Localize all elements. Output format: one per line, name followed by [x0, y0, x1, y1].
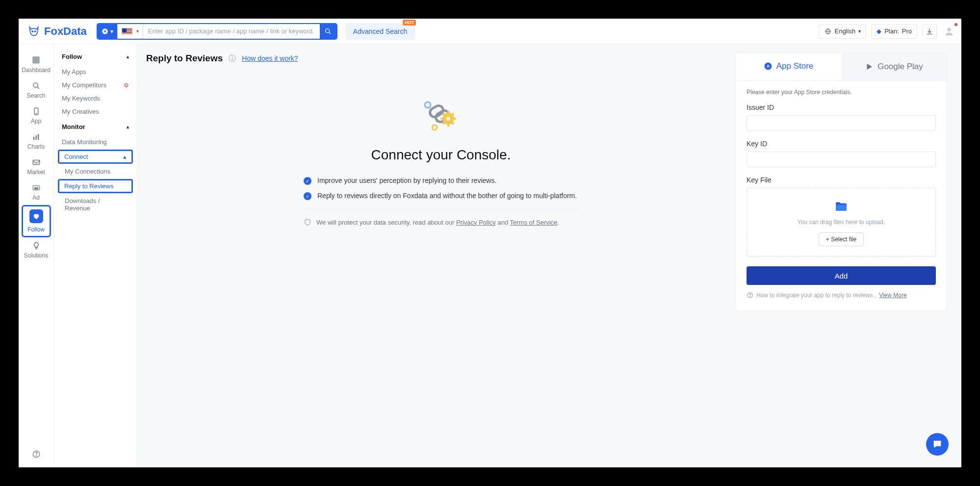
sidebar-item-label: My Creatives — [62, 108, 99, 115]
plan-value: Pro — [902, 27, 912, 35]
help-icon[interactable]: ⓘ — [229, 54, 236, 63]
select-file-button[interactable]: + Select file — [819, 232, 864, 246]
bullet-item: ✓ Improve your users' perception by repl… — [304, 177, 578, 185]
connect-heading: Connect your Console. — [146, 147, 736, 163]
diamond-icon: ◆ — [877, 27, 881, 35]
svg-text:AD: AD — [34, 187, 38, 190]
svg-line-34 — [452, 113, 454, 115]
search-icon — [324, 27, 332, 35]
rail-market[interactable]: Market — [22, 154, 51, 179]
advanced-search-button[interactable]: Advanced Search HOT — [345, 23, 415, 40]
phone-icon — [32, 107, 41, 116]
svg-text:A: A — [103, 29, 106, 33]
svg-line-31 — [443, 113, 444, 115]
issuer-id-label: Issuer ID — [747, 103, 936, 111]
svg-point-1 — [35, 30, 36, 31]
plan-selector[interactable]: ◆ Plan: Pro — [871, 24, 917, 39]
sidebar-item-my-competitors[interactable]: My Competitors ⚙ — [54, 78, 137, 92]
rail-search[interactable]: Search — [22, 77, 51, 103]
sidebar-item-connect[interactable]: Connect ▴ — [58, 150, 133, 164]
bullet-text: Reply to reviews directly on Foxdata and… — [317, 192, 577, 200]
rail-follow[interactable]: Follow — [22, 205, 51, 237]
chat-button[interactable] — [926, 433, 949, 456]
heart-icon — [32, 212, 40, 220]
mail-icon — [32, 158, 41, 167]
chevron-down-icon: ▾ — [110, 28, 113, 35]
sidebar-item-label: Connect — [64, 153, 88, 160]
chevron-down-icon: ▾ — [136, 28, 139, 34]
help-icon — [32, 450, 41, 459]
svg-line-32 — [452, 123, 454, 124]
country-selector[interactable]: ▾ — [118, 24, 143, 39]
tab-google-play[interactable]: Google Play — [841, 53, 947, 80]
sidebar-group-label: Follow — [62, 53, 82, 60]
rail-label: Solutions — [24, 252, 48, 259]
appstore-icon: A — [764, 62, 773, 71]
svg-rect-17 — [33, 160, 40, 165]
rail-ad[interactable]: AD Ad — [22, 179, 51, 205]
rail-label: Charts — [27, 143, 45, 150]
sidebar-item-my-apps[interactable]: My Apps — [54, 65, 137, 78]
rail-dashboard[interactable]: ▦ Dashboard — [22, 50, 51, 77]
how-does-it-work-link[interactable]: How does it work? — [242, 54, 298, 62]
language-selector[interactable]: English ▾ — [819, 24, 866, 39]
search-button[interactable] — [320, 24, 336, 39]
svg-text:A: A — [766, 64, 770, 69]
protect-notice: We will protect your data security, read… — [304, 218, 578, 226]
rail-app[interactable]: App — [22, 103, 51, 128]
sidebar-item-data-monitoring[interactable]: Data Monitoring — [54, 135, 137, 149]
tab-label: Google Play — [877, 62, 923, 72]
terms-link[interactable]: Terms of Service — [510, 219, 558, 226]
chevron-up-icon: ▴ — [123, 153, 127, 160]
sidebar-item-downloads-revenue[interactable]: Downloads / Revenue — [54, 194, 137, 215]
rail-label: Market — [27, 169, 45, 176]
shield-icon — [304, 218, 311, 226]
svg-point-10 — [33, 83, 38, 87]
issuer-id-input[interactable] — [747, 115, 936, 131]
chevron-up-icon: ▴ — [127, 54, 129, 59]
svg-rect-16 — [38, 134, 39, 140]
divider — [304, 209, 578, 209]
tab-app-store[interactable]: A App Store — [736, 53, 841, 80]
sidebar-group-follow[interactable]: Follow ▴ — [54, 48, 137, 65]
us-flag-icon — [122, 28, 132, 35]
bullet-item: ✓ Reply to reviews directly on Foxdata a… — [304, 192, 578, 200]
bulb-icon — [32, 241, 41, 250]
sidebar-item-reply-reviews[interactable]: Reply to Reviews — [58, 179, 133, 193]
gear-icon[interactable]: ⚙ — [124, 82, 129, 89]
chevron-up-icon: ▴ — [127, 124, 129, 129]
key-file-dropzone[interactable]: You can drag files here to upload. + Sel… — [747, 188, 936, 256]
svg-point-4 — [325, 28, 329, 32]
apple-a-icon: A — [102, 28, 108, 35]
nav-rail: ▦ Dashboard Search App Charts Mark — [19, 44, 54, 467]
key-id-input[interactable] — [747, 152, 936, 167]
view-more-link[interactable]: View More — [879, 292, 906, 299]
rail-help[interactable] — [32, 450, 41, 459]
download-icon — [926, 27, 933, 35]
chat-icon — [932, 439, 943, 450]
rail-charts[interactable]: Charts — [22, 128, 51, 154]
privacy-policy-link[interactable]: Privacy Policy — [456, 219, 496, 226]
language-label: English — [834, 27, 855, 35]
page-title: Reply to Reviews — [146, 53, 223, 64]
googleplay-icon — [865, 62, 874, 71]
sidebar-item-my-creatives[interactable]: My Creatives — [54, 105, 137, 118]
bullet-text: Improve your users' perception by replyi… — [317, 177, 496, 184]
sidebar-item-my-connections[interactable]: My Connections — [54, 165, 137, 178]
sidebar-item-label: Reply to Reviews — [64, 182, 113, 190]
search-input[interactable] — [143, 27, 320, 35]
hot-badge: HOT — [403, 20, 416, 26]
sidebar-item-my-keywords[interactable]: My Keywords — [54, 92, 137, 105]
search-icon — [32, 81, 41, 90]
sidebar-group-monitor[interactable]: Monitor ▴ — [54, 118, 137, 135]
check-icon: ✓ — [304, 192, 311, 200]
store-selector[interactable]: A ▾ — [98, 24, 118, 39]
dashboard-icon: ▦ — [32, 54, 40, 65]
globe-icon — [825, 28, 831, 35]
download-button[interactable] — [922, 24, 937, 39]
brand-logo[interactable]: FoxData — [27, 25, 87, 38]
add-button[interactable]: Add — [747, 266, 936, 285]
fox-icon — [27, 25, 40, 38]
rail-solutions[interactable]: Solutions — [22, 237, 51, 263]
user-avatar-button[interactable] — [942, 24, 956, 39]
